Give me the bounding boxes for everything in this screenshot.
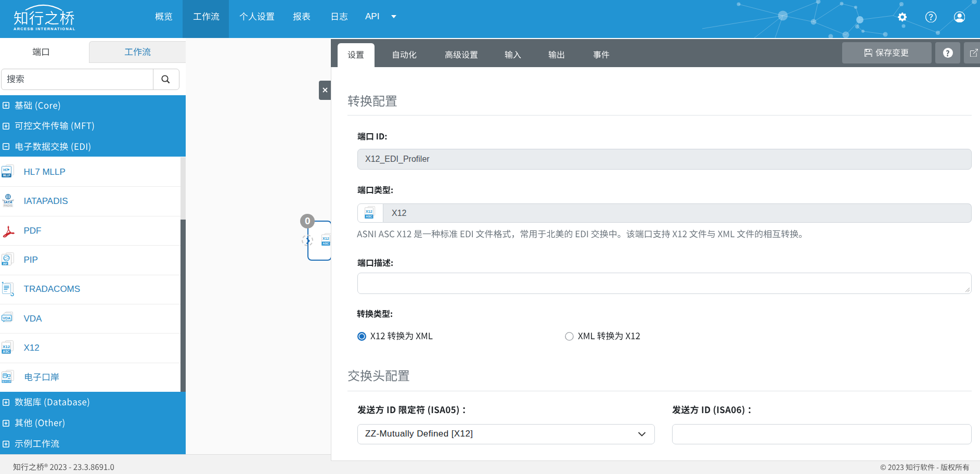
svg-text:MLLP: MLLP bbox=[3, 174, 10, 177]
svg-text:PIP: PIP bbox=[3, 262, 8, 265]
svg-text:VDA: VDA bbox=[3, 316, 10, 319]
svg-text:ASC: ASC bbox=[366, 215, 372, 218]
svg-text:X12: X12 bbox=[323, 237, 329, 241]
svg-text:IATA: IATA bbox=[4, 200, 12, 204]
svg-text:ASC: ASC bbox=[3, 350, 10, 353]
svg-text:X12: X12 bbox=[3, 344, 10, 349]
svg-text:ASC: ASC bbox=[323, 242, 329, 245]
svg-text:电子口岸: 电子口岸 bbox=[2, 380, 11, 383]
svg-text:X12: X12 bbox=[366, 210, 372, 214]
svg-text:PADIS: PADIS bbox=[4, 204, 12, 207]
svg-text:H7: H7 bbox=[3, 168, 8, 172]
